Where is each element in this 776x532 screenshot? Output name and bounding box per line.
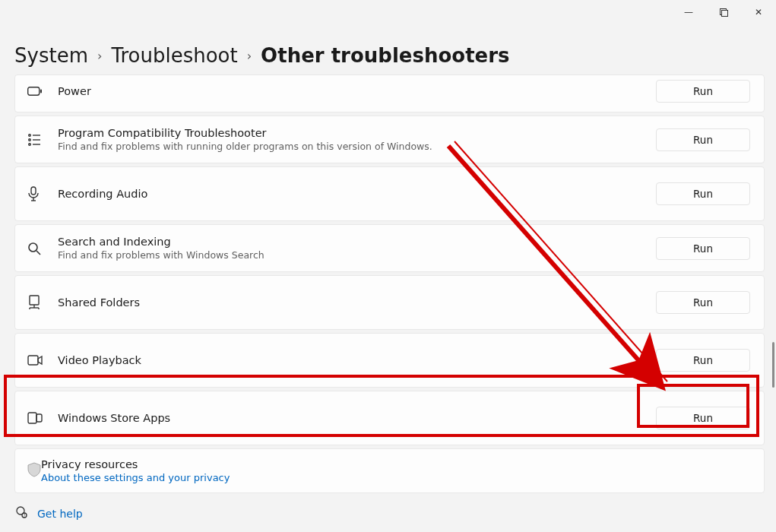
privacy-resources: Privacy resources About these settings a… bbox=[14, 448, 765, 493]
troubleshooter-video-playback[interactable]: Video Playback Run bbox=[14, 333, 765, 388]
troubleshooter-description: Find and fix problems with running older… bbox=[58, 141, 656, 152]
svg-point-13 bbox=[29, 243, 37, 252]
run-button[interactable]: Run bbox=[656, 407, 750, 429]
breadcrumb: System › Troubleshoot › Other troublesho… bbox=[14, 44, 510, 67]
video-icon bbox=[27, 355, 58, 366]
troubleshooter-program-compatibility[interactable]: Program Compatibility Troubleshooter Fin… bbox=[14, 116, 765, 163]
troubleshooter-title: Search and Indexing bbox=[58, 236, 656, 248]
troubleshooter-shared-folders[interactable]: Shared Folders Run bbox=[14, 275, 765, 330]
shared-folder-icon bbox=[27, 295, 58, 310]
maximize-button[interactable] bbox=[706, 0, 741, 24]
svg-rect-3 bbox=[40, 90, 42, 93]
page-title: Other troubleshooters bbox=[261, 44, 509, 67]
apps-icon bbox=[27, 412, 58, 424]
troubleshooter-description: Find and fix problems with Windows Searc… bbox=[58, 249, 656, 261]
privacy-link[interactable]: About these settings and your privacy bbox=[41, 472, 230, 483]
troubleshooter-title: Recording Audio bbox=[58, 188, 656, 200]
troubleshooter-title: Power bbox=[58, 85, 656, 97]
chevron-right-icon: › bbox=[247, 49, 252, 63]
breadcrumb-troubleshoot[interactable]: Troubleshoot bbox=[111, 44, 237, 67]
close-button[interactable]: ✕ bbox=[741, 0, 776, 24]
troubleshooters-list: Power Run Program Compatibility Troubles… bbox=[14, 74, 765, 493]
svg-rect-1 bbox=[721, 10, 727, 16]
svg-text:?: ? bbox=[24, 513, 26, 518]
svg-point-8 bbox=[29, 143, 31, 145]
svg-rect-15 bbox=[30, 296, 39, 305]
help-icon: ? bbox=[14, 505, 28, 521]
svg-rect-21 bbox=[28, 413, 36, 423]
window-controls: — ✕ bbox=[671, 0, 776, 24]
troubleshooter-search-indexing[interactable]: Search and Indexing Find and fix problem… bbox=[14, 224, 765, 272]
privacy-title: Privacy resources bbox=[41, 458, 230, 470]
run-button[interactable]: Run bbox=[656, 80, 750, 103]
minimize-button[interactable]: — bbox=[671, 0, 706, 24]
run-button[interactable]: Run bbox=[656, 349, 750, 372]
troubleshooter-title: Program Compatibility Troubleshooter bbox=[58, 127, 656, 139]
microphone-icon bbox=[27, 186, 58, 201]
scrollbar[interactable] bbox=[772, 342, 774, 388]
battery-icon bbox=[27, 86, 58, 97]
svg-point-6 bbox=[29, 138, 31, 141]
svg-rect-20 bbox=[28, 356, 38, 365]
run-button[interactable]: Run bbox=[656, 128, 750, 151]
run-button[interactable]: Run bbox=[656, 237, 750, 260]
svg-rect-2 bbox=[28, 87, 40, 96]
svg-point-4 bbox=[29, 134, 31, 136]
chevron-right-icon: › bbox=[97, 49, 102, 63]
svg-line-14 bbox=[36, 251, 40, 255]
troubleshooter-recording-audio[interactable]: Recording Audio Run bbox=[14, 166, 765, 221]
get-help-label: Get help bbox=[37, 508, 83, 520]
svg-rect-10 bbox=[31, 187, 36, 195]
shield-icon bbox=[27, 462, 41, 480]
troubleshooter-windows-store-apps[interactable]: Windows Store Apps Run bbox=[14, 391, 765, 445]
troubleshooter-title: Windows Store Apps bbox=[58, 412, 656, 424]
list-settings-icon bbox=[27, 133, 58, 147]
troubleshooter-title: Video Playback bbox=[58, 354, 656, 366]
troubleshooter-power[interactable]: Power Run bbox=[14, 74, 765, 112]
get-help-link[interactable]: ? Get help bbox=[14, 505, 83, 521]
svg-rect-22 bbox=[36, 414, 42, 422]
breadcrumb-system[interactable]: System bbox=[14, 44, 88, 67]
troubleshooter-title: Shared Folders bbox=[58, 296, 656, 309]
run-button[interactable]: Run bbox=[656, 182, 750, 205]
run-button[interactable]: Run bbox=[656, 291, 750, 314]
search-icon bbox=[27, 242, 58, 255]
